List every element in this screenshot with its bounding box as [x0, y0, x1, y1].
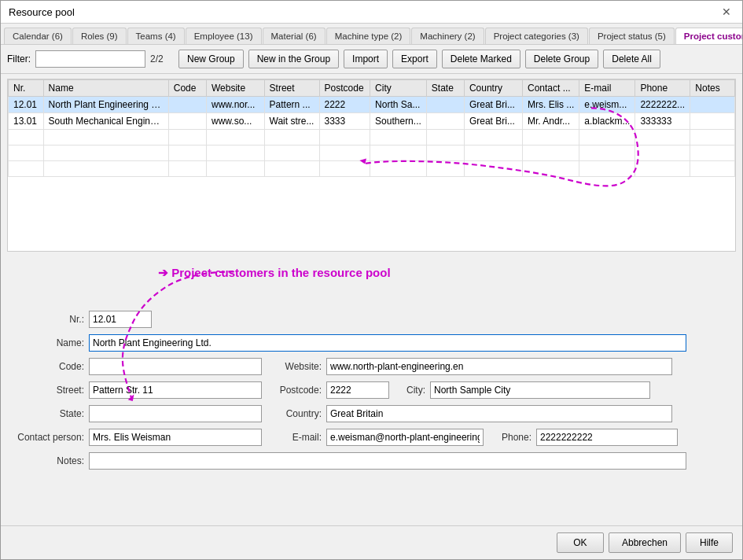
table-section: Nr. Name Code Website Street Postcode Ci… — [7, 79, 736, 252]
country-input[interactable] — [326, 405, 672, 422]
table-cell: www.nor... — [206, 97, 264, 113]
col-country: Country — [464, 80, 522, 97]
nr-input[interactable] — [89, 311, 152, 328]
new-group-button[interactable]: New Group — [178, 50, 244, 68]
table-cell: South Mechanical Engineerin... — [43, 113, 168, 130]
delete-all-button[interactable]: Delete All — [603, 50, 660, 68]
website-input[interactable] — [326, 358, 672, 375]
close-button[interactable]: ✕ — [719, 6, 734, 18]
notes-label: Notes: — [13, 455, 84, 466]
code-input[interactable] — [89, 358, 262, 375]
table-cell: Great Bri... — [464, 113, 522, 130]
window-title: Resource pool — [9, 6, 75, 18]
table-cell: 2222 — [319, 97, 370, 113]
ok-button[interactable]: OK — [557, 532, 604, 553]
col-website: Website — [206, 80, 264, 97]
name-row: Name: — [13, 334, 730, 352]
tab-calendar[interactable]: Calendar (6) — [4, 28, 72, 45]
delete-group-button[interactable]: Delete Group — [525, 50, 598, 68]
tab-project-categories[interactable]: Project categories (3) — [485, 28, 588, 45]
tab-machinery[interactable]: Machinery (2) — [411, 28, 484, 45]
filter-input[interactable] — [35, 50, 145, 68]
table-cell: 12.01 — [9, 97, 44, 113]
phone-input[interactable] — [536, 429, 678, 446]
table-cell: 2222222... — [635, 97, 690, 113]
data-table: Nr. Name Code Website Street Postcode Ci… — [8, 79, 735, 177]
export-button[interactable]: Export — [392, 50, 437, 68]
table-cell — [690, 97, 735, 113]
table-row-empty — [9, 146, 735, 161]
street-postcode-city-row: Street: Postcode: City: — [13, 381, 730, 399]
postcode-label: Postcode: — [267, 385, 322, 396]
delete-marked-button[interactable]: Delete Marked — [442, 50, 520, 68]
import-button[interactable]: Import — [344, 50, 388, 68]
annotation-area: ➔ Project customers in the resource pool — [1, 252, 742, 303]
email-input[interactable] — [326, 429, 484, 446]
tab-project-status[interactable]: Project status (5) — [589, 28, 675, 45]
col-nr: Nr. — [9, 80, 44, 97]
contact-input[interactable] — [89, 429, 262, 446]
tab-employee[interactable]: Employee (13) — [186, 28, 262, 45]
state-label: State: — [13, 408, 84, 419]
website-label: Website: — [267, 361, 322, 372]
notes-input[interactable] — [89, 452, 686, 470]
tab-machine-type[interactable]: Machine type (2) — [326, 28, 411, 45]
table-cell — [426, 113, 464, 130]
col-phone: Phone — [635, 80, 690, 97]
col-email: E-mail — [579, 80, 635, 97]
postcode-input[interactable] — [326, 381, 389, 399]
country-label: Country: — [267, 408, 322, 419]
toolbar: Filter: 2/2 New Group New in the Group I… — [1, 45, 742, 74]
tab-roles[interactable]: Roles (9) — [72, 28, 127, 45]
table-header-row: Nr. Name Code Website Street Postcode Ci… — [9, 80, 735, 97]
contact-label: Contact person: — [13, 432, 84, 443]
table-cell: Mr. Andr... — [523, 113, 579, 130]
street-label: Street: — [13, 385, 84, 396]
street-input[interactable] — [89, 381, 262, 399]
table-cell — [690, 113, 735, 130]
table-cell: Southern... — [370, 113, 427, 130]
state-input[interactable] — [89, 405, 262, 422]
table-row-empty — [9, 161, 735, 177]
code-label: Code: — [13, 361, 84, 372]
table-row[interactable]: 13.01South Mechanical Engineerin...www.s… — [9, 113, 735, 130]
table-cell: a.blackm... — [579, 113, 635, 130]
table-row-empty — [9, 130, 735, 146]
name-input[interactable] — [89, 334, 686, 352]
city-label: City: — [394, 385, 425, 396]
table-scroll[interactable]: Nr. Name Code Website Street Postcode Ci… — [8, 79, 735, 251]
tab-bar: Calendar (6) Roles (9) Teams (4) Employe… — [1, 24, 742, 45]
new-in-group-button[interactable]: New in the Group — [248, 50, 339, 68]
table-cell: Pattern ... — [264, 97, 319, 113]
code-website-row: Code: Website: — [13, 358, 730, 375]
col-contact: Contact ... — [523, 80, 579, 97]
filter-count: 2/2 — [150, 53, 174, 64]
phone-label: Phone: — [488, 432, 532, 443]
tab-project-customers[interactable]: Project customers (2) — [675, 28, 742, 45]
filter-label: Filter: — [7, 53, 31, 64]
col-city: City — [370, 80, 427, 97]
contact-email-phone-row: Contact person: E-mail: Phone: — [13, 429, 730, 446]
resource-pool-window: Resource pool ✕ Calendar (6) Roles (9) T… — [0, 0, 743, 560]
table-cell: www.so... — [206, 113, 264, 130]
col-name: Name — [43, 80, 168, 97]
nr-label: Nr.: — [13, 314, 84, 325]
table-cell: 13.01 — [9, 113, 44, 130]
table-row[interactable]: 12.01North Plant Engineering Ltd.www.nor… — [9, 97, 735, 113]
annotation-text: ➔ Project customers in the resource pool — [158, 266, 391, 280]
table-cell: e.weism... — [579, 97, 635, 113]
table-cell: North Plant Engineering Ltd. — [43, 97, 168, 113]
footer-buttons: OK Abbrechen Hilfe — [1, 525, 742, 559]
tab-material[interactable]: Material (6) — [263, 28, 326, 45]
city-input[interactable] — [430, 381, 650, 399]
notes-row: Notes: — [13, 452, 730, 470]
col-code: Code — [168, 80, 206, 97]
help-button[interactable]: Hilfe — [686, 532, 733, 553]
table-cell: North Sa... — [370, 97, 427, 113]
cancel-button[interactable]: Abbrechen — [609, 532, 681, 553]
table-cell: 3333 — [319, 113, 370, 130]
col-notes: Notes — [690, 80, 735, 97]
table-cell — [168, 113, 206, 130]
tab-teams[interactable]: Teams (4) — [127, 28, 185, 45]
col-postcode: Postcode — [319, 80, 370, 97]
